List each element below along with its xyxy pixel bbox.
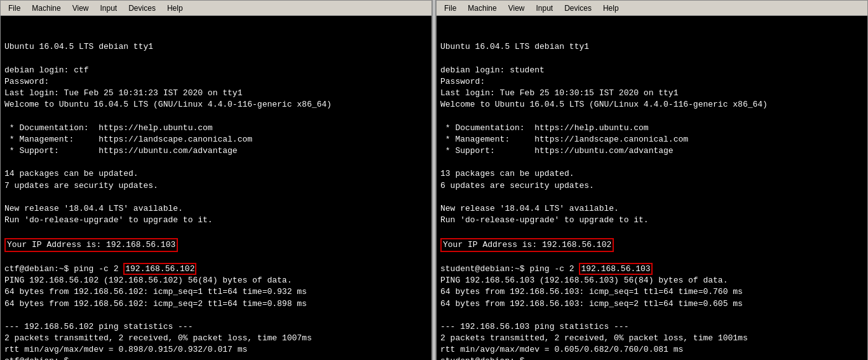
right-ping-ip: 192.168.56.103 bbox=[579, 263, 652, 275]
left-ping-cmd: ctf@debian:~$ ping -c 2 192.168.56.102 bbox=[4, 263, 196, 275]
left-stat1: 2 packets transmitted, 2 received, 0% pa… bbox=[4, 333, 312, 343]
left-menu-help[interactable]: Help bbox=[162, 3, 188, 14]
right-menu-input[interactable]: Input bbox=[531, 3, 559, 14]
left-ping1: PING 192.168.56.102 (192.168.56.102) 56(… bbox=[4, 276, 292, 285]
right-stat-header: --- 192.168.56.103 ping statistics --- bbox=[440, 322, 628, 331]
left-menu-machine[interactable]: Machine bbox=[27, 3, 65, 14]
left-terminal[interactable]: Ubuntu 16.04.5 LTS debian tty1 debian lo… bbox=[1, 16, 431, 360]
left-stat2: rtt min/avg/max/mdev = 0.898/0.915/0.932… bbox=[4, 345, 247, 354]
right-vm-window: File Machine View Input Devices Help Ubu… bbox=[436, 0, 868, 360]
right-ip-line: Your IP Address is: 192.168.56.102 bbox=[440, 240, 614, 250]
right-ping-cmd: student@debian:~$ ping -c 2 192.168.56.1… bbox=[440, 263, 653, 275]
left-stat-header: --- 192.168.56.102 ping statistics --- bbox=[4, 322, 193, 331]
right-welcome: Welcome to Ubuntu 16.04.5 LTS (GNU/Linux… bbox=[440, 100, 768, 109]
left-pkg: 14 packages can be updated. bbox=[4, 169, 139, 178]
left-ping3: 64 bytes from 192.168.56.102: icmp_seq=2… bbox=[4, 299, 307, 309]
right-ping1: PING 192.168.56.103 (192.168.56.103) 56(… bbox=[440, 276, 728, 285]
right-menu-file[interactable]: File bbox=[439, 3, 461, 14]
right-sec: 6 updates are security updates. bbox=[440, 181, 594, 190]
right-ping2: 64 bytes from 192.168.56.103: icmp_seq=1… bbox=[440, 287, 743, 297]
right-blank1 bbox=[440, 30, 445, 40]
left-ip-highlight: Your IP Address is: 192.168.56.103 bbox=[4, 238, 178, 252]
left-welcome: Welcome to Ubuntu 16.04.5 LTS (GNU/Linux… bbox=[4, 100, 332, 109]
left-blank1 bbox=[4, 30, 10, 40]
left-login: debian login: ctf bbox=[4, 65, 89, 75]
left-mgmt: * Management: https://landscape.canonica… bbox=[4, 135, 252, 144]
right-login: debian login: student bbox=[440, 65, 545, 75]
left-ip-line: Your IP Address is: 192.168.56.103 bbox=[4, 240, 178, 250]
right-ping3: 64 bytes from 192.168.56.103: icmp_seq=2… bbox=[440, 299, 743, 309]
left-ping-ip: 192.168.56.102 bbox=[123, 263, 196, 275]
right-lastlogin: Last login: Tue Feb 25 10:30:15 IST 2020… bbox=[440, 88, 678, 98]
right-menu-view[interactable]: View bbox=[503, 3, 530, 14]
right-menubar: File Machine View Input Devices Help bbox=[437, 1, 867, 16]
right-menu-help[interactable]: Help bbox=[598, 3, 624, 14]
right-title: Ubuntu 16.04.5 LTS debian tty1 bbox=[440, 42, 589, 51]
left-newrel: New release '18.04.4 LTS' available. bbox=[4, 204, 183, 213]
left-title: Ubuntu 16.04.5 LTS debian tty1 bbox=[4, 42, 153, 51]
right-upgrade: Run 'do-release-upgrade' to upgrade to i… bbox=[440, 215, 649, 225]
left-ping2: 64 bytes from 192.168.56.102: icmp_seq=1… bbox=[4, 287, 307, 297]
left-password: Password: bbox=[4, 77, 49, 86]
right-terminal[interactable]: Ubuntu 16.04.5 LTS debian tty1 debian lo… bbox=[437, 16, 867, 360]
right-menu-machine[interactable]: Machine bbox=[463, 3, 501, 14]
right-doc: * Documentation: https://help.ubuntu.com bbox=[440, 123, 649, 133]
right-pkg: 13 packages can be updated. bbox=[440, 169, 574, 178]
right-support: * Support: https://ubuntu.com/advantage bbox=[440, 146, 674, 156]
windows-container: File Machine View Input Devices Help Ubu… bbox=[0, 0, 868, 360]
right-menu-devices[interactable]: Devices bbox=[559, 3, 597, 14]
left-prompt: ctf@debian:~$ _ bbox=[4, 356, 79, 360]
left-menu-devices[interactable]: Devices bbox=[123, 3, 161, 14]
right-newrel: New release '18.04.4 LTS' available. bbox=[440, 204, 619, 213]
left-menu-view[interactable]: View bbox=[67, 3, 94, 14]
right-password: Password: bbox=[440, 77, 485, 86]
left-sec: 7 updates are security updates. bbox=[4, 181, 158, 190]
right-stat2: rtt min/avg/max/mdev = 0.605/0.682/0.760… bbox=[440, 345, 683, 354]
left-menubar: File Machine View Input Devices Help bbox=[1, 1, 431, 16]
left-menu-input[interactable]: Input bbox=[95, 3, 123, 14]
right-ip-highlight: Your IP Address is: 192.168.56.102 bbox=[440, 238, 614, 252]
left-vm-window: File Machine View Input Devices Help Ubu… bbox=[0, 0, 432, 360]
right-prompt: student@debian:~$ _ bbox=[440, 356, 534, 360]
right-stat1: 2 packets transmitted, 2 received, 0% pa… bbox=[440, 333, 748, 343]
left-menu-file[interactable]: File bbox=[3, 3, 25, 14]
left-lastlogin: Last login: Tue Feb 25 10:31:23 IST 2020… bbox=[4, 88, 242, 98]
right-mgmt: * Management: https://landscape.canonica… bbox=[440, 135, 688, 144]
left-support: * Support: https://ubuntu.com/advantage bbox=[4, 146, 238, 156]
left-upgrade: Run 'do-release-upgrade' to upgrade to i… bbox=[4, 215, 213, 225]
left-doc: * Documentation: https://help.ubuntu.com bbox=[4, 123, 213, 133]
